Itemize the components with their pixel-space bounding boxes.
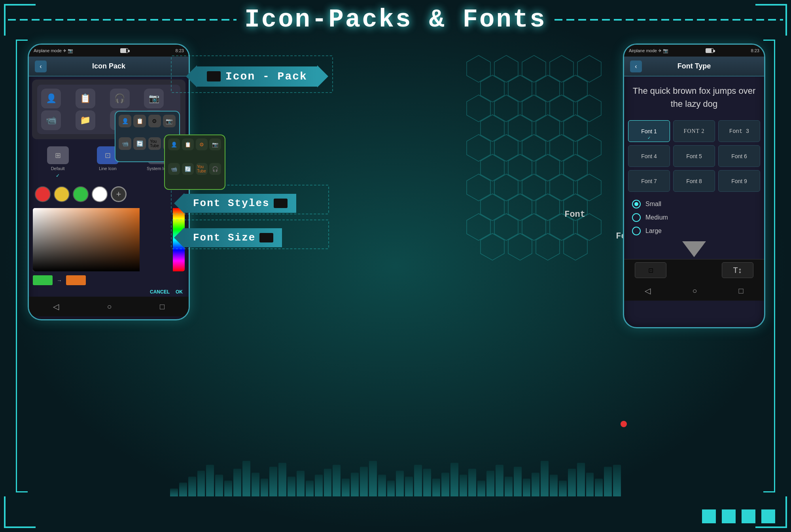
color-picker[interactable] <box>33 208 185 271</box>
eq-bar <box>396 471 404 496</box>
eq-bar <box>468 469 476 496</box>
swatch-yellow[interactable] <box>54 186 70 202</box>
font-cell-7[interactable]: Font 7 <box>628 170 670 192</box>
nav-back-icon[interactable]: ◁ <box>53 302 59 311</box>
swatch-red[interactable] <box>35 186 51 202</box>
back-button-right[interactable]: ‹ <box>630 61 642 72</box>
icon-cell-message[interactable]: 📋 <box>76 89 95 108</box>
radio-medium <box>632 213 641 222</box>
font-size-options: Small Medium Large <box>624 196 764 239</box>
eq-bar <box>252 473 259 496</box>
phone-header-right: ‹ Font Type <box>624 57 764 76</box>
icon-option-line-label: Line Icon <box>99 166 117 171</box>
header-line-left <box>8 19 237 21</box>
add-color-button[interactable]: + <box>111 186 127 202</box>
icon-cell-person[interactable]: 👤 <box>41 89 61 108</box>
icon-option-default-img: ⊞ <box>47 146 69 164</box>
swatch-white[interactable] <box>92 186 108 202</box>
icon-cell-video[interactable]: 📹 <box>41 110 61 130</box>
phone-nav-right: ◁ ○ □ <box>624 281 764 301</box>
font-cell-9[interactable]: Font 9 <box>718 170 760 192</box>
eq-bar <box>559 481 567 496</box>
size-option-large[interactable]: Large <box>632 227 756 235</box>
nav-dot-3[interactable] <box>742 509 755 523</box>
eq-bar <box>477 481 485 496</box>
eq-bar <box>369 461 377 496</box>
equalizer-bars <box>170 437 621 496</box>
size-option-small[interactable]: Small <box>632 200 756 208</box>
eq-bar <box>450 463 458 496</box>
nav-dot-4[interactable] <box>761 509 775 523</box>
font-cell-6[interactable]: Font 6 <box>718 145 760 167</box>
font-check-icon: ✓ <box>647 136 651 140</box>
size-option-medium[interactable]: Medium <box>632 213 756 222</box>
eq-bar <box>261 479 269 496</box>
phone-nav-left: ◁ ○ □ <box>29 297 189 316</box>
font-label-1: Font <box>564 210 585 220</box>
eq-bar <box>577 463 585 496</box>
icon-option-default-check: ✓ <box>56 173 60 178</box>
nav-back-icon-right[interactable]: ◁ <box>645 286 651 295</box>
main-title: Icon-Packs & Fonts <box>244 6 546 34</box>
eq-bar <box>378 475 386 496</box>
font-preview-text: The quick brown fox jumps over the lazy … <box>624 76 764 116</box>
size-small-label: Small <box>645 201 661 208</box>
fp1-icon7: YouTube <box>148 137 161 150</box>
nav-dot-1[interactable] <box>702 509 716 523</box>
fp2-icon4: 📷 <box>209 138 221 150</box>
status-bar-left: Airplane mode ✈ 📷 8:23 <box>29 45 189 57</box>
swatch-green[interactable] <box>73 186 89 202</box>
phone-title-right: Font Type <box>677 62 711 70</box>
nav-recent-icon-right[interactable]: □ <box>738 286 743 295</box>
icon-cell-folder[interactable]: 📁 <box>76 110 95 130</box>
eq-bar <box>496 465 503 496</box>
eq-bar <box>586 473 594 496</box>
back-button-left[interactable]: ‹ <box>35 61 47 72</box>
phone-header-left: ‹ Icon Pack <box>29 57 189 76</box>
nav-dot-2[interactable] <box>722 509 736 523</box>
ok-button[interactable]: OK <box>176 289 183 295</box>
fp2-icon5: 📹 <box>168 163 180 175</box>
fp2-icon2: 📋 <box>182 138 194 150</box>
fp1-icon6: 🔄 <box>133 137 146 150</box>
eq-bar <box>333 465 341 496</box>
eq-bar <box>486 471 494 496</box>
eq-bar <box>206 465 214 496</box>
font-grid: Font 1 ✓ FONT 2 Font 3 Font 4 Font 5 Fon… <box>624 116 764 196</box>
status-left-text: Airplane mode ✈ 📷 <box>34 48 73 53</box>
eq-bar <box>197 471 205 496</box>
eq-bar <box>550 475 558 496</box>
eq-bar <box>351 473 359 496</box>
eq-bar <box>441 473 449 496</box>
font-cell-8[interactable]: Font 8 <box>673 170 715 192</box>
color-picker-gradient <box>33 208 140 271</box>
eq-bar <box>288 477 295 496</box>
eq-bar <box>414 465 422 496</box>
toolbar-icon-item[interactable]: ⊡ <box>635 262 666 278</box>
eq-bar <box>233 469 241 496</box>
icon-option-default[interactable]: ⊞ Default ✓ <box>47 146 69 178</box>
svg-marker-0 <box>463 51 486 78</box>
eq-bar <box>224 481 232 496</box>
fp2-icon3: ⚙ <box>196 138 208 150</box>
font-cell-1[interactable]: Font 1 ✓ <box>628 120 670 142</box>
font-cell-5[interactable]: Font 5 <box>673 145 715 167</box>
icon-cell-headphone[interactable]: 🎧 <box>110 89 130 108</box>
font-cell-2[interactable]: FONT 2 <box>673 120 715 142</box>
floating-panel-orange: 👤 📋 ⚙ 📷 📹 🔄 YouTube 🎧 <box>164 134 225 190</box>
fp1-icon4: 📷 <box>163 115 176 127</box>
toolbar-font-item[interactable]: T↕ <box>722 262 753 278</box>
font-cell-3[interactable]: Font 3 <box>718 120 760 142</box>
bottom-navigation <box>0 500 791 532</box>
eq-bar <box>360 467 368 496</box>
eq-bar <box>405 477 413 496</box>
font-cell-4[interactable]: Font 4 <box>628 145 670 167</box>
phone-right: Airplane mode ✈ 📷 8:23 ‹ Font Type The q… <box>623 44 765 328</box>
icon-cell-camera[interactable]: 📷 <box>144 89 164 108</box>
eq-bar <box>460 475 467 496</box>
nav-home-icon-right[interactable]: ○ <box>692 286 697 295</box>
nav-recent-icon[interactable]: □ <box>160 302 165 311</box>
nav-home-icon[interactable]: ○ <box>107 302 112 311</box>
fp2-icon7: YouTube <box>196 163 208 175</box>
cancel-button[interactable]: CANCEL <box>150 289 170 295</box>
